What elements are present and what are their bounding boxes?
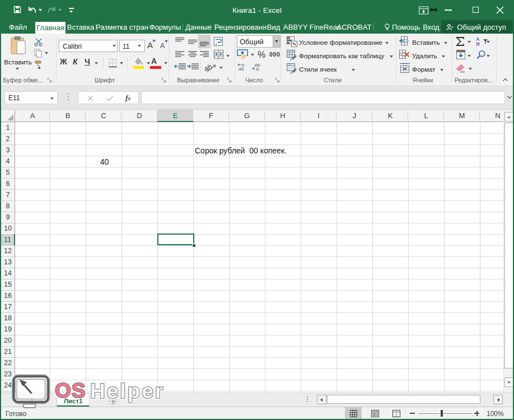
svg-text:А: А: [476, 36, 480, 42]
svg-text:OS: OS: [55, 379, 86, 402]
svg-text:Я: Я: [476, 41, 479, 47]
svg-text:,0: ,0: [255, 67, 259, 71]
svg-text:,00: ,00: [237, 67, 244, 71]
svg-text:Helper: Helper: [90, 380, 165, 403]
